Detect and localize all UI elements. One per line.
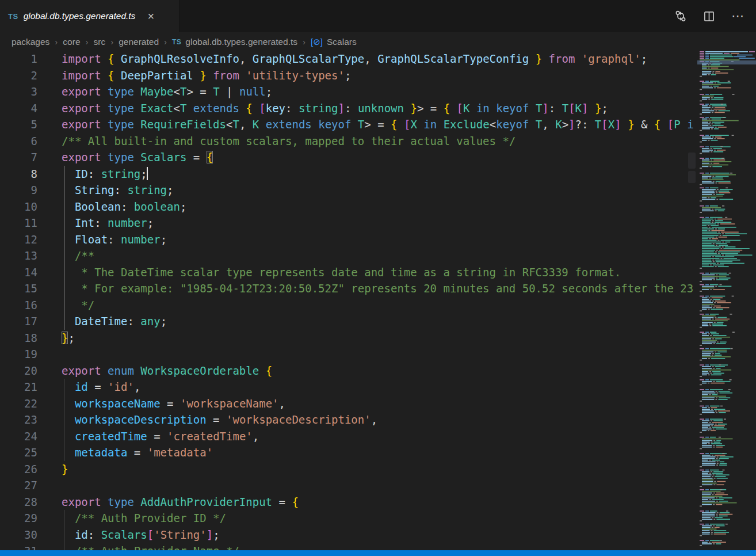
code-editor[interactable]: 1import { GraphQLResolveInfo, GraphQLSca… [0,51,697,550]
line-number: 18 [0,330,37,346]
status-bar[interactable] [0,550,756,556]
chevron-right-icon: › [110,37,113,47]
breadcrumb-file[interactable]: TS global.db.types.generated.ts [172,37,297,47]
code-line[interactable]: 29 /** Auth Provider ID */ [0,510,697,527]
code-line[interactable]: 25 metadata = 'metadata' [0,444,697,461]
line-number: 26 [0,461,37,478]
code-text: export type Exact<T extends { [key: stri… [37,100,608,117]
line-number: 20 [0,363,37,379]
code-line[interactable]: 31 /** Auth Provider Name */ [0,543,697,550]
split-editor-button[interactable] [703,10,715,22]
breadcrumb-packages[interactable]: packages [12,37,49,47]
code-line[interactable]: 30 id: Scalars['String']; [0,527,697,543]
code-line[interactable]: 7export type Scalars = { [0,149,697,166]
code-line[interactable]: 3export type Maybe<T> = T | null; [0,83,697,100]
indent-guide [64,264,64,281]
breadcrumb-generated[interactable]: generated [119,37,159,47]
line-number: 25 [0,444,37,461]
tab-title: global.db.types.generated.ts [24,11,136,21]
line-number: 21 [0,379,37,395]
code-line[interactable]: 15 * For example: "1985-04-12T23:20:50.5… [0,280,697,297]
minimap[interactable] [697,51,756,550]
indent-guide [64,199,64,215]
code-line[interactable]: 17 DateTime: any; [0,313,697,330]
indent-guide [64,297,64,314]
indent-guide [64,543,64,550]
overview-ruler-mark [688,171,696,183]
code-text: workspaceName = 'workspaceName', [37,395,285,412]
line-number: 19 [0,346,37,363]
code-line[interactable]: 2import { DeepPartial } from 'utility-ty… [0,67,697,84]
line-number: 16 [0,297,37,314]
indent-guide [64,412,64,428]
line-number: 23 [0,412,37,428]
minimap-current-line-highlight [697,60,756,64]
code-text: id: Scalars['String']; [37,527,220,543]
code-line[interactable]: 8 ID: string; [0,166,697,182]
typescript-file-icon: TS [172,38,181,46]
code-text: }; [37,330,75,346]
code-text: /** [37,247,94,264]
code-line[interactable]: 4export type Exact<T extends { [key: str… [0,100,697,117]
code-line[interactable]: 13 /** [0,247,697,264]
breadcrumb: packages › core › src › generated › TS g… [0,33,697,51]
vscode-window: TS global.db.types.generated.ts × [0,0,756,556]
breadcrumb-symbol[interactable]: [⊘] Scalars [311,37,357,47]
code-line[interactable]: 24 createdTime = 'createdTime', [0,428,697,445]
line-number: 29 [0,510,37,527]
line-number: 8 [0,166,37,182]
tab-global-db-types[interactable]: TS global.db.types.generated.ts × [0,0,180,32]
code-line[interactable]: 16 */ [0,297,697,314]
split-editor-icon [703,10,715,22]
code-text: export type AddAuthProviderInput = { [37,494,299,511]
open-changes-button[interactable] [674,10,687,22]
code-line[interactable]: 28export type AddAuthProviderInput = { [0,494,697,511]
code-line[interactable]: 23 workspaceDescription = 'workspaceDesc… [0,412,697,428]
code-text: export enum WorkspaceOrderable { [37,363,272,379]
code-line[interactable]: 5export type RequireFields<T, K extends … [0,116,697,133]
line-number: 31 [0,543,37,550]
close-icon[interactable]: × [147,10,154,22]
code-line[interactable]: 1import { GraphQLResolveInfo, GraphQLSca… [0,51,697,67]
symbol-type-icon: [⊘] [311,37,323,47]
indent-guide [64,428,64,445]
code-text: workspaceDescription = 'workspaceDescrip… [37,412,377,428]
code-text: id = 'id', [37,379,140,395]
line-number: 7 [0,149,37,166]
code-line[interactable]: 14 * The DateTime scalar type represents… [0,264,697,281]
code-line[interactable]: 6/** All built-in and custom scalars, ma… [0,133,697,150]
code-line[interactable]: 20export enum WorkspaceOrderable { [0,363,697,379]
code-line[interactable]: 19 [0,346,697,363]
breadcrumb-core[interactable]: core [63,37,80,47]
code-line[interactable]: 11 Int: number; [0,215,697,231]
code-text [37,346,62,363]
open-changes-icon [674,10,687,22]
line-number: 24 [0,428,37,445]
code-text: /** Auth Provider Name */ [37,543,239,550]
code-text: Boolean: boolean; [37,199,186,215]
code-line[interactable]: 22 workspaceName = 'workspaceName', [0,395,697,412]
code-line[interactable]: 9 String: string; [0,182,697,199]
more-actions-button[interactable]: ⋯ [731,9,744,24]
tab-bar: TS global.db.types.generated.ts × [0,0,756,33]
code-line[interactable]: 12 Float: number; [0,231,697,248]
line-number: 3 [0,83,37,100]
code-text: import { DeepPartial } from 'utility-typ… [37,67,351,84]
breadcrumb-src[interactable]: src [94,37,106,47]
breadcrumb-symbol-name: Scalars [327,37,357,47]
indent-guide [64,280,64,297]
code-line[interactable]: 21 id = 'id', [0,379,697,395]
line-number: 9 [0,182,37,199]
line-number: 15 [0,280,37,297]
indent-guide [64,182,64,199]
code-line[interactable]: 18}; [0,330,697,346]
line-number: 5 [0,116,37,133]
code-line[interactable]: 10 Boolean: boolean; [0,199,697,215]
chevron-right-icon: › [303,37,306,47]
code-text: createdTime = 'createdTime', [37,428,259,445]
line-number: 22 [0,395,37,412]
line-number: 11 [0,215,37,231]
code-line[interactable]: 26} [0,461,697,478]
line-number: 14 [0,264,37,281]
code-line[interactable]: 27 [0,477,697,494]
